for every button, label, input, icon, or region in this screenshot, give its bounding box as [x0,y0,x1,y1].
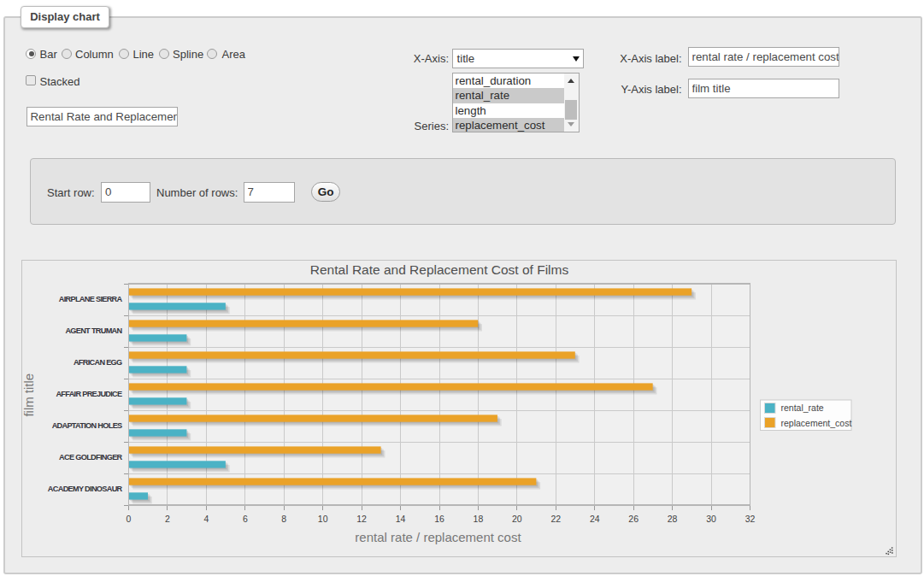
svg-text:film title: film title [22,373,36,416]
svg-text:16: 16 [434,513,444,523]
svg-text:8: 8 [281,513,286,523]
svg-text:6: 6 [243,513,248,523]
svg-text:4: 4 [203,513,209,523]
svg-text:20: 20 [512,513,522,523]
svg-text:24: 24 [590,513,600,523]
svg-text:Rental Rate and Replacement Co: Rental Rate and Replacement Cost of Film… [310,262,569,277]
svg-text:rental rate / replacement cost: rental rate / replacement cost [355,529,521,544]
svg-text:14: 14 [396,513,406,523]
svg-text:28: 28 [668,513,678,523]
svg-text:AIRPLANE SIERRA: AIRPLANE SIERRA [59,295,123,303]
svg-text:replacement_cost: replacement_cost [781,417,852,427]
svg-text:26: 26 [628,513,639,523]
svg-text:rental_rate: rental_rate [781,403,824,413]
svg-text:32: 32 [745,513,756,523]
svg-text:30: 30 [706,513,716,523]
svg-text:AFRICAN EGG: AFRICAN EGG [74,358,122,367]
svg-text:ADAPTATION HOLES: ADAPTATION HOLES [52,421,122,430]
svg-text:18: 18 [474,513,484,523]
svg-text:ACADEMY DINOSAUR: ACADEMY DINOSAUR [48,485,123,493]
svg-text:10: 10 [318,513,328,523]
svg-text:ACE GOLDFINGER: ACE GOLDFINGER [59,453,122,461]
svg-text:12: 12 [356,513,367,523]
svg-text:AGENT TRUMAN: AGENT TRUMAN [65,326,122,335]
svg-text:2: 2 [165,513,170,523]
svg-text:0: 0 [127,513,132,523]
svg-text:AFFAIR PREJUDICE: AFFAIR PREJUDICE [56,390,122,398]
svg-text:22: 22 [550,513,561,523]
